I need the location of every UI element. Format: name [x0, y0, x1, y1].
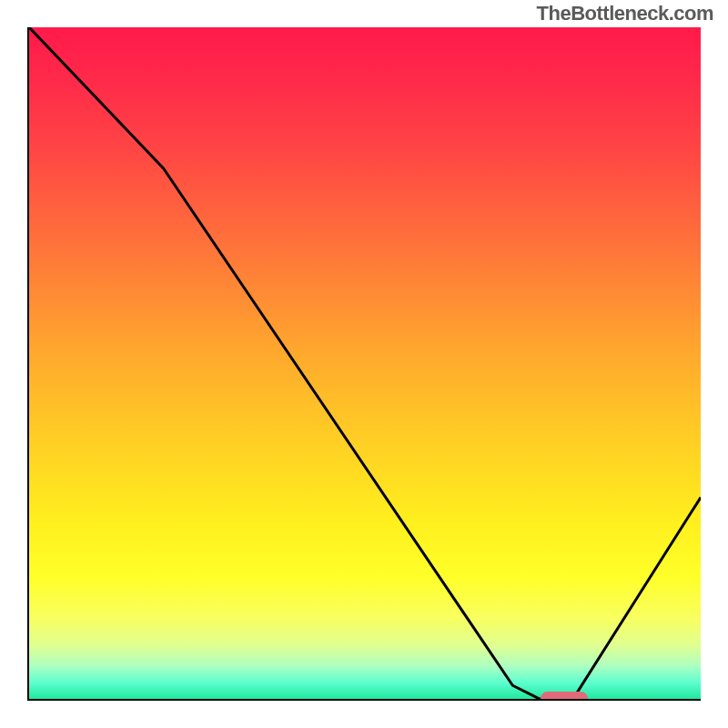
bottleneck-curve-path	[29, 27, 701, 699]
chart-curve-svg	[29, 27, 701, 699]
watermark-text: TheBottleneck.com	[537, 2, 713, 25]
optimal-range-marker	[541, 692, 588, 701]
chart-area	[27, 27, 701, 701]
